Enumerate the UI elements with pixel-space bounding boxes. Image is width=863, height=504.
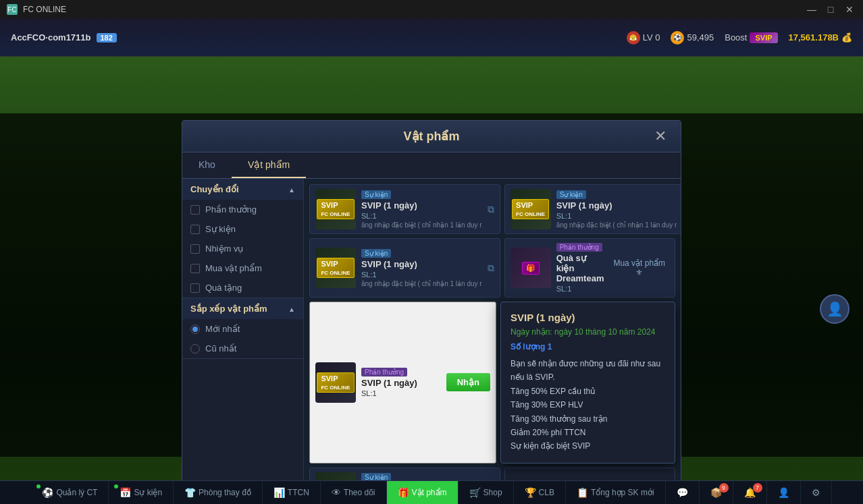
settings-icon: ⚙ xyxy=(812,487,820,498)
sidebar-section-sap-xep-header[interactable]: Sắp xếp vật phẩm xyxy=(182,298,303,319)
sidebar-item-su-kien[interactable]: Sự kiện xyxy=(182,219,303,239)
sidebar-section-chuyen-doi-label: Chuyển đổi xyxy=(190,184,239,194)
lv-value: LV 0 xyxy=(643,32,660,43)
buy-button[interactable]: Mua vật phẩm ⚜ xyxy=(609,258,669,277)
tab-vat-pham[interactable]: Vật phẩm xyxy=(232,152,306,178)
sidebar-item-qua-tang[interactable]: Quà tặng xyxy=(182,278,303,298)
nav-item-chat[interactable]: 💬 xyxy=(666,481,700,505)
nav-item-quan-ly-ct[interactable]: ⚽ Quản lý CT xyxy=(31,481,109,505)
item-card-svip-3[interactable]: SVIPFC ONLINE Sự kiện SVIP (1 ngày) SL:1… xyxy=(309,238,500,298)
sidebar-item-cu-nhat-label: Cũ nhất xyxy=(205,343,236,354)
nav-label-ttcn: TTCN xyxy=(288,488,309,497)
sidebar-item-moi-nhat-label: Mới nhất xyxy=(205,324,240,334)
sidebar: Chuyển đổi Phần thưởng Sự kiện xyxy=(182,179,304,480)
radio-moi-nhat[interactable] xyxy=(190,325,200,334)
sidebar-item-moi-nhat[interactable]: Mới nhất xyxy=(182,319,303,339)
item-image: 🎁 xyxy=(511,248,551,288)
checkbox-mua-vat-pham[interactable] xyxy=(190,264,200,273)
minimize-button[interactable]: — xyxy=(805,3,818,16)
item-sl: SL:1 xyxy=(361,271,482,279)
item-card-svip-1[interactable]: SVIPFC ONLINE Sự kiện SVIP (1 ngày) SL:1… xyxy=(309,184,500,234)
reward-tag: Phần thưởng xyxy=(556,243,602,252)
nav-item-notification[interactable]: 🔔 7 xyxy=(733,481,767,505)
sidebar-item-cu-nhat[interactable]: Cũ nhất xyxy=(182,339,303,358)
sidebar-item-nhiem-vu[interactable]: Nhiệm vụ xyxy=(182,239,303,258)
item-card-svip-2[interactable]: SVIPFC ONLINE Sự kiện SVIP (1 ngày) SL:1… xyxy=(504,184,681,234)
sidebar-section-chuyen-doi-header[interactable]: Chuyển đổi xyxy=(182,179,303,200)
modal-header: Vật phẩm ✕ xyxy=(182,121,681,152)
item-image: SVIPFC ONLINE xyxy=(315,362,356,403)
boost-stat: Boost SVIP xyxy=(725,32,777,43)
item-row: SVIPFC ONLINE Phần thưởng SVIP (1 ngày) … xyxy=(309,302,675,464)
modal-body: Chuyển đổi Phần thưởng Sự kiện xyxy=(182,179,681,480)
checkbox-su-kien[interactable] xyxy=(190,225,200,234)
nav-item-su-kien[interactable]: 📅 Sự kiện xyxy=(109,481,174,505)
checkbox-qua-tang[interactable] xyxy=(190,283,200,293)
item-card-svip-selected[interactable]: SVIPFC ONLINE Phần thưởng SVIP (1 ngày) … xyxy=(309,302,496,464)
coins-value: 59,495 xyxy=(687,32,714,43)
item-name: SVIP (1 ngày) xyxy=(361,378,441,388)
item-info: Sự kiện SVIP (1 ngày) SL:1 ăng nhập đặc … xyxy=(361,190,482,229)
notification-badge: 7 xyxy=(753,483,762,493)
sidebar-item-phan-thuong[interactable]: Phần thưởng xyxy=(182,200,303,219)
checkbox-nhiem-vu[interactable] xyxy=(190,244,200,254)
title-bar: FC FC ONLINE — □ ✕ xyxy=(0,0,863,19)
tab-kho[interactable]: Kho xyxy=(182,152,232,178)
game-header: AccFCO·com1711b 182 😤 LV 0 ⚽ 59,495 Boos… xyxy=(0,19,863,57)
chat-bubble-button[interactable]: 👤 xyxy=(820,294,849,324)
sidebar-item-mua-vat-pham[interactable]: Mua vật phẩm xyxy=(182,258,303,278)
modal-overlay: Vật phẩm ✕ Kho Vật phẩm Chuyển đổi xyxy=(0,113,863,457)
event-tag: Sự kiện xyxy=(361,473,391,480)
modal-tabs: Kho Vật phẩm xyxy=(182,152,681,179)
nav-label-shop: Shop xyxy=(483,488,502,497)
sidebar-section-chuyen-doi: Chuyển đổi Phần thưởng Sự kiện xyxy=(182,179,303,298)
nav-item-package[interactable]: 📦 9 xyxy=(700,481,733,505)
lv-stat: 😤 LV 0 xyxy=(627,31,660,45)
receive-button[interactable]: Nhận xyxy=(446,373,490,391)
item-info: Phần thưởng SVIP (1 ngày) SL:1 xyxy=(361,368,441,397)
app-title: FC ONLINE xyxy=(23,5,800,14)
account-info: AccFCO·com1711b 182 xyxy=(11,32,117,43)
nav-item-clb[interactable]: 🏆 CLB xyxy=(514,481,566,505)
nav-item-phong-thay-do[interactable]: 👕 Phòng thay đồ xyxy=(174,481,263,505)
item-info: Sự kiện SVIP (1 ngày) SL:1 ăng nhập đặc … xyxy=(361,249,482,287)
maximize-button[interactable]: □ xyxy=(824,3,837,16)
nav-item-ttcn[interactable]: 📊 TTCN xyxy=(263,481,321,505)
nav-item-settings[interactable]: ⚙ xyxy=(801,481,832,505)
nav-label-su-kien: Sự kiện xyxy=(134,488,162,497)
item-modal: Vật phẩm ✕ Kho Vật phẩm Chuyển đổi xyxy=(182,120,681,480)
nav-item-tong-hop-sk[interactable]: 📋 Tổng hợp SK mới xyxy=(566,481,666,505)
chat-icon: 💬 xyxy=(677,487,688,498)
modal-close-button[interactable]: ✕ xyxy=(651,127,670,146)
nav-icon-shop: 🛒 xyxy=(469,487,481,498)
modal-title: Vật phẩm xyxy=(404,129,460,144)
svip-image-badge: 🎁 xyxy=(522,262,540,275)
coin-icon: ⚽ xyxy=(671,31,684,45)
item-desc: ăng nhập đặc biệt ( chỉ nhận 1 lần duy r xyxy=(556,221,677,229)
nav-icon-vat-pham: 🎁 xyxy=(398,487,409,498)
chevron-up-icon xyxy=(288,184,295,194)
close-button[interactable]: ✕ xyxy=(843,3,856,16)
copy-icon[interactable]: ⧉ xyxy=(488,262,494,274)
nav-icon-quan-ly-ct: ⚽ xyxy=(42,487,53,498)
copy-icon[interactable]: ⧉ xyxy=(488,204,494,215)
item-image: SVIPFC ONLINE xyxy=(315,189,356,229)
sidebar-item-nhiem-vu-label: Nhiệm vụ xyxy=(205,244,243,254)
nav-icon-su-kien: 📅 xyxy=(120,487,131,498)
boost-label: Boost xyxy=(725,32,747,43)
nav-item-shop[interactable]: 🛒 Shop xyxy=(459,481,514,505)
nav-icon-clb: 🏆 xyxy=(525,487,536,498)
nav-item-vat-pham[interactable]: 🎁 Vật phẩm xyxy=(387,481,459,505)
nav-icon-ttcn: 📊 xyxy=(273,487,285,498)
item-card-svip-4[interactable]: SVIPFC ONLINE Sự kiện SVIP (1 ngày) SL:1… xyxy=(309,468,500,480)
item-sl: SL:1 xyxy=(361,212,482,220)
nav-item-profile[interactable]: 👤 xyxy=(767,481,801,505)
item-list: SVIPFC ONLINE Sự kiện SVIP (1 ngày) SL:1… xyxy=(304,179,681,480)
event-tag: Sự kiện xyxy=(361,190,391,199)
radio-cu-nhat[interactable] xyxy=(190,344,200,354)
item-sl: SL:1 xyxy=(556,212,677,220)
item-card-dreamteam[interactable]: 🎁 Phần thưởng Quà sự kiện Dreamteam SL:1… xyxy=(504,238,675,298)
nav-item-theo-doi[interactable]: 👁 Theo dõi xyxy=(321,481,387,505)
tooltip-qty: Số lượng 1 xyxy=(511,342,665,352)
checkbox-phan-thuong[interactable] xyxy=(190,205,200,215)
